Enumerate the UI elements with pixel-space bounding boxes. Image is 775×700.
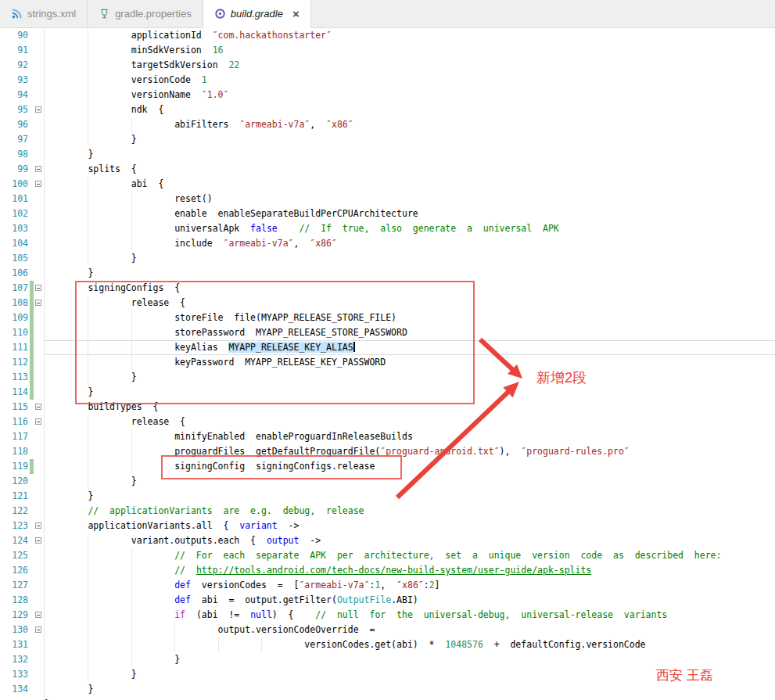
code-line-text[interactable]: // http://tools.android.com/tech-docs/ne… (45, 563, 775, 578)
code-line[interactable]: 111 keyAlias MYAPP_RELEASE_KEY_ALIAS (0, 340, 775, 355)
code-line[interactable]: 120 } (0, 474, 775, 489)
code-line[interactable]: 95 ndk { (0, 102, 775, 117)
code-line-text[interactable]: output.versionCodeOverride = (45, 623, 775, 637)
code-line[interactable]: 113 } (0, 370, 775, 385)
code-line-text[interactable]: keyAlias MYAPP_RELEASE_KEY_ALIAS (45, 340, 775, 355)
code-line-text[interactable]: targetSdkVersion 22 (45, 58, 775, 73)
fold-collapse-icon[interactable] (35, 285, 41, 291)
code-line-text[interactable]: ndk { (45, 102, 775, 117)
code-line[interactable]: 124 variant.outputs.each { output -> (0, 533, 775, 548)
code-line-text[interactable]: } (45, 370, 775, 385)
code-line[interactable]: 134 } (0, 682, 775, 697)
code-line-text[interactable]: include ″armeabi-v7a″, ″x86″ (45, 236, 775, 251)
code-line-text[interactable]: } (45, 682, 775, 697)
code-line-text[interactable]: versionCodes.get(abi) * 1048576 + defaul… (45, 637, 775, 652)
code-line[interactable]: 114 } (0, 385, 775, 400)
code-line[interactable]: 109 storeFile file(MYAPP_RELEASE_STORE_F… (0, 311, 775, 325)
code-line-text[interactable]: reset() (45, 192, 775, 206)
code-line-text[interactable]: signingConfigs { (45, 281, 775, 296)
code-line[interactable]: 97 } (0, 132, 775, 147)
code-line[interactable]: 107 signingConfigs { (0, 281, 775, 296)
code-line[interactable]: 105 } (0, 251, 775, 266)
code-line-text[interactable]: } (45, 697, 775, 700)
code-line-text[interactable]: versionCode 1 (45, 73, 775, 88)
code-line-text[interactable]: minSdkVersion 16 (45, 43, 775, 58)
code-line-text[interactable]: } (45, 474, 775, 489)
fold-collapse-icon[interactable] (35, 522, 41, 529)
code-line[interactable]: 92 targetSdkVersion 22 (0, 58, 775, 73)
code-line[interactable]: 90 applicationId ″com.hackathonstarter″ (0, 28, 775, 43)
code-line[interactable]: 131 versionCodes.get(abi) * 1048576 + de… (0, 637, 775, 652)
tab-strings-xml[interactable]: strings.xml (0, 0, 88, 27)
code-line-text[interactable]: // applicationVariants are e.g. debug, r… (45, 504, 775, 519)
code-line[interactable]: 110 storePassword MYAPP_RELEASE_STORE_PA… (0, 325, 775, 340)
code-line[interactable]: 133 } (0, 667, 775, 682)
code-line[interactable]: 132 } (0, 652, 775, 667)
code-line[interactable]: 102 enable enableSeparateBuildPerCPUArch… (0, 206, 775, 221)
code-line-text[interactable]: } (45, 251, 775, 266)
code-line-text[interactable]: def versionCodes = [″armeabi-v7a″:1, ″x8… (45, 578, 775, 593)
code-line[interactable]: 130 output.versionCodeOverride = (0, 623, 775, 637)
code-line-text[interactable]: signingConfig signingConfigs.release (45, 459, 775, 474)
code-line[interactable]: 116 release { (0, 415, 775, 429)
code-line-text[interactable]: minifyEnabled enableProguardInReleaseBui… (45, 429, 775, 444)
code-line[interactable]: 101 reset() (0, 192, 775, 206)
code-line-text[interactable]: // For each separate APK per architectur… (45, 548, 775, 563)
code-line-text[interactable]: if (abi != null) { // null for the unive… (45, 608, 775, 623)
code-line-text[interactable]: storePassword MYAPP_RELEASE_STORE_PASSWO… (45, 325, 775, 340)
code-line[interactable]: 98 } (0, 147, 775, 162)
code-line-text[interactable]: enable enableSeparateBuildPerCPUArchitec… (45, 206, 775, 221)
code-line[interactable]: 127 def versionCodes = [″armeabi-v7a″:1,… (0, 578, 775, 593)
code-line-text[interactable]: release { (45, 296, 775, 311)
fold-collapse-icon[interactable] (35, 418, 41, 425)
code-line-text[interactable]: abiFilters ″armeabi-v7a″, ″x86″ (45, 117, 775, 132)
close-tab-icon[interactable]: × (292, 8, 300, 20)
code-line[interactable]: 103 universalApk false // If true, also … (0, 221, 775, 236)
code-line-text[interactable]: } (45, 385, 775, 400)
code-line[interactable]: 112 keyPassword MYAPP_RELEASE_KEY_PASSWO… (0, 355, 775, 370)
fold-collapse-icon[interactable] (35, 300, 41, 306)
fold-collapse-icon[interactable] (35, 612, 41, 618)
code-line-text[interactable]: } (45, 667, 775, 682)
code-line[interactable]: 108 release { (0, 296, 775, 311)
fold-collapse-icon[interactable] (35, 626, 41, 633)
code-line[interactable]: 94 versionName ″1.0″ (0, 88, 775, 102)
code-line[interactable]: 135} (0, 697, 775, 700)
code-line[interactable]: 122 // applicationVariants are e.g. debu… (0, 504, 775, 519)
code-line[interactable]: 126 // http://tools.android.com/tech-doc… (0, 563, 775, 578)
code-line-text[interactable]: versionName ″1.0″ (45, 88, 775, 102)
code-line-text[interactable]: } (45, 266, 775, 281)
code-line-text[interactable]: universalApk false // If true, also gene… (45, 221, 775, 236)
code-line-text[interactable]: } (45, 132, 775, 147)
fold-collapse-icon[interactable] (35, 181, 41, 187)
tab-build-gradle[interactable]: build.gradle × (203, 0, 311, 28)
code-editor[interactable]: 90 applicationId ″com.hackathonstarter″9… (0, 28, 775, 700)
code-line-text[interactable]: buildTypes { (45, 400, 775, 415)
code-line[interactable]: 96 abiFilters ″armeabi-v7a″, ″x86″ (0, 117, 775, 132)
code-line[interactable]: 119 signingConfig signingConfigs.release (0, 459, 775, 474)
code-line[interactable]: 100 abi { (0, 177, 775, 192)
code-line[interactable]: 115 buildTypes { (0, 400, 775, 415)
fold-collapse-icon[interactable] (35, 404, 41, 410)
code-line[interactable]: 121 } (0, 489, 775, 504)
tab-gradle-properties[interactable]: gradle.properties (88, 0, 203, 27)
code-line[interactable]: 123 applicationVariants.all { variant -> (0, 519, 775, 533)
code-line-text[interactable]: proguardFiles getDefaultProguardFile(″pr… (45, 444, 775, 459)
code-line[interactable]: 99 splits { (0, 162, 775, 177)
code-line[interactable]: 129 if (abi != null) { // null for the u… (0, 608, 775, 623)
code-line-text[interactable]: storeFile file(MYAPP_RELEASE_STORE_FILE) (45, 311, 775, 325)
code-line[interactable]: 104 include ″armeabi-v7a″, ″x86″ (0, 236, 775, 251)
code-line[interactable]: 93 versionCode 1 (0, 73, 775, 88)
code-line[interactable]: 117 minifyEnabled enableProguardInReleas… (0, 429, 775, 444)
code-line-text[interactable]: } (45, 147, 775, 162)
fold-collapse-icon[interactable] (35, 106, 41, 113)
fold-collapse-icon[interactable] (35, 166, 41, 172)
code-line[interactable]: 91 minSdkVersion 16 (0, 43, 775, 58)
code-line-text[interactable]: splits { (45, 162, 775, 177)
code-line-text[interactable]: def abi = output.getFilter(OutputFile.AB… (45, 593, 775, 608)
code-line[interactable]: 118 proguardFiles getDefaultProguardFile… (0, 444, 775, 459)
code-line[interactable]: 106 } (0, 266, 775, 281)
code-line-text[interactable]: variant.outputs.each { output -> (45, 533, 775, 548)
code-line-text[interactable]: } (45, 489, 775, 504)
code-line[interactable]: 128 def abi = output.getFilter(OutputFil… (0, 593, 775, 608)
